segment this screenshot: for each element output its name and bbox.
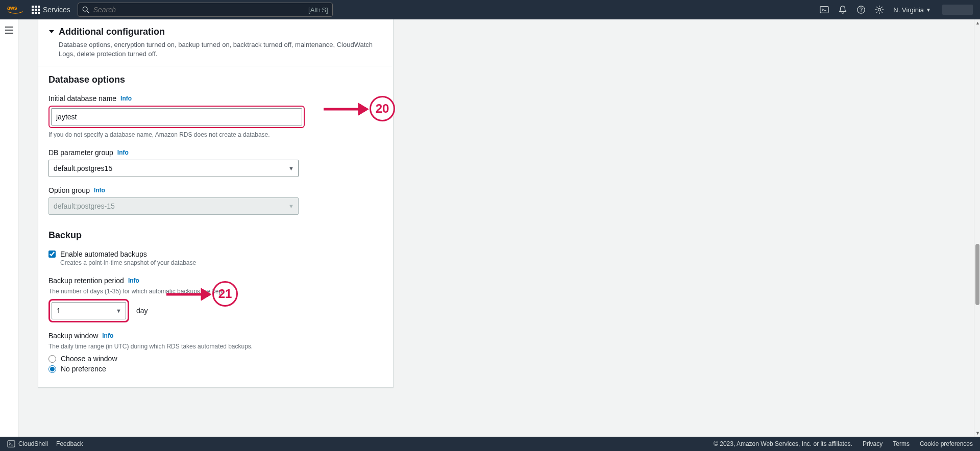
cookie-preferences-link[interactable]: Cookie preferences — [920, 440, 973, 447]
no-preference-label: No preference — [61, 365, 106, 373]
enable-backups-field: Enable automated backups Creates a point… — [48, 250, 383, 266]
vertical-scrollbar[interactable]: ▲ ▼ — [974, 19, 980, 437]
additional-config-desc: Database options, encryption turned on, … — [59, 40, 383, 59]
option-group-value: default:postgres-15 — [54, 202, 115, 210]
retention-period-help: The number of days (1-35) for which auto… — [48, 288, 383, 296]
caret-down-icon: ▼ — [926, 7, 931, 13]
retention-period-value: 1 — [57, 307, 61, 315]
svg-line-2 — [87, 11, 89, 13]
expander-toggle[interactable] — [48, 29, 55, 35]
cloudshell-icon[interactable] — [820, 5, 829, 14]
db-parameter-group-field: DB parameter group Info default.postgres… — [48, 148, 383, 177]
notifications-icon[interactable] — [838, 5, 847, 14]
svg-point-5 — [857, 6, 865, 13]
info-link[interactable]: Info — [120, 95, 132, 102]
retention-period-label: Backup retention period — [48, 277, 124, 285]
scrollbar-thumb[interactable] — [975, 244, 979, 305]
region-selector[interactable]: N. Virginia ▼ — [893, 6, 931, 14]
additional-config-header: Additional configuration Database option… — [38, 19, 393, 66]
info-link[interactable]: Info — [102, 332, 113, 339]
info-link[interactable]: Info — [128, 277, 139, 284]
initial-db-name-help: If you do not specify a database name, A… — [48, 131, 383, 139]
svg-point-7 — [878, 8, 881, 11]
sidebar-toggle[interactable] — [5, 27, 13, 437]
region-label: N. Virginia — [893, 6, 924, 14]
config-panel: Additional configuration Database option… — [38, 19, 394, 388]
svg-rect-13 — [8, 441, 15, 447]
side-rail — [0, 19, 18, 437]
initial-db-name-label: Initial database name — [48, 94, 116, 103]
grid-icon — [32, 6, 40, 14]
copyright-text: © 2023, Amazon Web Services, Inc. or its… — [714, 440, 852, 447]
backup-window-help: The daily time range (in UTC) during whi… — [48, 343, 383, 351]
terms-link[interactable]: Terms — [893, 440, 910, 447]
top-nav: aws Services [Alt+S] N. Virginia ▼ — [0, 0, 980, 19]
database-options-title: Database options — [48, 74, 383, 85]
database-options-section: Database options Initial database name I… — [38, 66, 393, 228]
enable-backups-label: Enable automated backups — [60, 250, 147, 258]
backup-title: Backup — [48, 230, 383, 241]
privacy-link[interactable]: Privacy — [863, 440, 883, 447]
retention-unit-label: day — [136, 307, 148, 315]
db-parameter-group-value: default.postgres15 — [54, 164, 112, 172]
scroll-down-icon: ▼ — [975, 431, 980, 436]
info-link[interactable]: Info — [117, 149, 129, 156]
no-preference-radio[interactable] — [48, 365, 56, 373]
svg-rect-3 — [820, 7, 828, 13]
services-label: Services — [43, 6, 70, 14]
aws-logo[interactable]: aws — [7, 5, 23, 15]
retention-period-select[interactable]: 1 ▼ — [52, 302, 126, 319]
choose-window-radio[interactable] — [48, 355, 56, 363]
option-group-select: default:postgres-15 ▼ — [48, 197, 299, 215]
footer-bar: CloudShell Feedback © 2023, Amazon Web S… — [0, 437, 980, 451]
cloudshell-button[interactable]: CloudShell — [7, 440, 48, 447]
initial-db-name-field: Initial database name Info If you do not… — [48, 94, 383, 139]
enable-backups-desc: Creates a point-in-time snapshot of your… — [60, 259, 383, 266]
backup-window-label: Backup window — [48, 332, 98, 340]
svg-point-1 — [83, 7, 87, 11]
help-icon[interactable] — [856, 5, 866, 14]
workspace: Additional configuration Database option… — [18, 19, 980, 437]
account-menu[interactable] — [942, 5, 973, 15]
svg-point-6 — [861, 11, 862, 12]
annotation-highlight-21: 1 ▼ — [48, 299, 129, 322]
settings-icon[interactable] — [875, 5, 884, 14]
additional-config-title: Additional configuration — [59, 27, 383, 37]
enable-backups-checkbox[interactable] — [48, 250, 56, 258]
nav-icon-group — [820, 5, 884, 14]
search-input[interactable] — [93, 6, 308, 14]
db-parameter-group-select[interactable]: default.postgres15 ▼ — [48, 160, 299, 177]
initial-db-name-input[interactable] — [51, 108, 302, 126]
feedback-link[interactable]: Feedback — [56, 440, 83, 447]
backup-section: Backup Enable automated backups Creates … — [38, 228, 393, 385]
search-icon — [82, 6, 89, 13]
retention-period-field: Backup retention period Info The number … — [48, 277, 383, 322]
info-link[interactable]: Info — [94, 187, 105, 194]
option-group-field: Option group Info default:postgres-15 ▼ — [48, 186, 383, 215]
global-search[interactable]: [Alt+S] — [78, 3, 333, 17]
services-menu[interactable]: Services — [32, 6, 70, 14]
scroll-up-icon: ▲ — [975, 20, 980, 26]
annotation-highlight-20 — [48, 106, 305, 128]
option-group-label: Option group — [48, 186, 90, 194]
choose-window-label: Choose a window — [61, 355, 117, 363]
cloudshell-label: CloudShell — [18, 440, 48, 447]
search-hotkey: [Alt+S] — [308, 6, 328, 14]
svg-text:aws: aws — [7, 5, 17, 11]
backup-window-field: Backup window Info The daily time range … — [48, 332, 383, 373]
db-parameter-group-label: DB parameter group — [48, 148, 113, 157]
